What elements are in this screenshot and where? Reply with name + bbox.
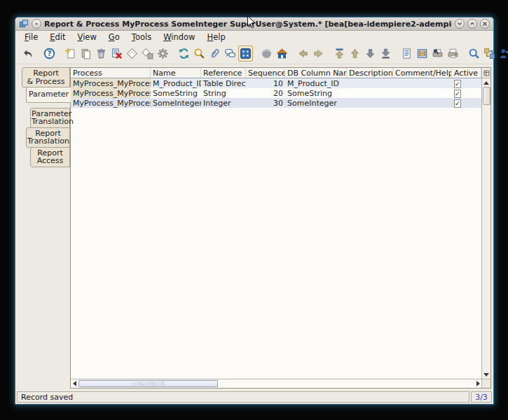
grid-toggle-icon[interactable] xyxy=(238,46,253,62)
active-checkbox[interactable]: ✓ xyxy=(454,80,461,88)
record-position: 3/3 xyxy=(471,391,492,402)
column-header-sequence[interactable]: Sequence xyxy=(246,68,285,78)
window-menu-button[interactable] xyxy=(32,19,41,29)
active-checkbox[interactable]: ✓ xyxy=(454,90,461,98)
next-record-icon[interactable] xyxy=(363,46,378,62)
new-record-icon[interactable] xyxy=(63,46,78,62)
scrollbar-corner xyxy=(481,379,490,388)
home-icon[interactable] xyxy=(275,46,289,62)
close-button[interactable] xyxy=(480,19,490,29)
column-header-comment-help[interactable]: Comment/Help xyxy=(393,68,452,78)
save-icon[interactable] xyxy=(125,46,139,62)
table-panel: Process Name Reference Sequence DB Colum… xyxy=(70,67,491,388)
menu-file[interactable]: File xyxy=(25,32,38,42)
toolbar: ? xyxy=(15,43,493,64)
help-icon[interactable]: ? xyxy=(42,46,57,62)
request-icon[interactable] xyxy=(497,46,508,62)
horizontal-scroll-thumb[interactable] xyxy=(78,380,218,387)
last-record-icon[interactable] xyxy=(378,46,393,62)
undo-icon[interactable] xyxy=(21,46,36,62)
previous-record-icon[interactable] xyxy=(348,46,362,62)
main-area: Report & Process Parameter Parameter Tra… xyxy=(15,64,493,391)
horizontal-scrollbar[interactable] xyxy=(71,379,481,388)
preferences-icon[interactable] xyxy=(156,46,170,62)
table-row[interactable]: MyProcess_MyProcess SomeString String 20… xyxy=(71,88,481,98)
workflow-icon[interactable] xyxy=(482,46,497,62)
menu-help[interactable]: Help xyxy=(207,32,226,42)
maximize-button[interactable] xyxy=(467,19,477,29)
column-header-name[interactable]: Name xyxy=(151,68,201,78)
back-icon[interactable] xyxy=(296,46,310,62)
parent-record-icon[interactable] xyxy=(259,46,274,62)
table-config-icon[interactable] xyxy=(482,68,490,78)
tab-report-translation[interactable]: Report Translation xyxy=(26,127,70,148)
tab-report-access[interactable]: Report Access xyxy=(30,147,70,167)
scroll-up-button[interactable] xyxy=(482,78,490,87)
delete-selection-icon[interactable] xyxy=(109,46,124,62)
tab-parameter[interactable]: Parameter xyxy=(26,87,71,103)
column-header-active[interactable]: Active xyxy=(452,68,481,78)
tab-report-process[interactable]: Report & Process xyxy=(22,67,70,88)
app-window: Report & Process MyProcess SomeInteger S… xyxy=(15,17,494,405)
find-icon[interactable] xyxy=(192,46,207,62)
menu-go[interactable]: Go xyxy=(109,32,120,42)
report-icon[interactable] xyxy=(399,46,414,62)
zoom-across-icon[interactable] xyxy=(467,46,481,62)
status-message: Record saved xyxy=(17,391,469,402)
delete-record-icon[interactable] xyxy=(94,46,109,62)
status-bar: Record saved 3/3 xyxy=(15,391,493,404)
vertical-scrollbar[interactable] xyxy=(481,68,490,379)
column-header-process[interactable]: Process xyxy=(71,68,151,78)
menu-view[interactable]: View xyxy=(78,32,97,42)
active-checkbox[interactable]: ✓ xyxy=(454,99,461,108)
copy-record-icon[interactable] xyxy=(78,46,93,62)
print-preview-icon[interactable] xyxy=(430,46,445,62)
table-header: Process Name Reference Sequence DB Colum… xyxy=(71,68,481,78)
window-title: Report & Process MyProcess SomeInteger S… xyxy=(44,20,452,29)
menu-edit[interactable]: Edit xyxy=(50,32,65,42)
first-record-icon[interactable] xyxy=(332,46,347,62)
column-header-description[interactable]: Description xyxy=(347,68,393,78)
table-row[interactable]: MyProcess_MyProcess M_Product_ID Table D… xyxy=(71,78,481,88)
column-header-db-column-name[interactable]: DB Column Name xyxy=(285,68,347,78)
print-icon[interactable] xyxy=(446,46,460,62)
save-create-icon[interactable] xyxy=(140,46,155,62)
table-area: Process Name Reference Sequence DB Colum… xyxy=(71,68,481,379)
scroll-left-button[interactable] xyxy=(71,379,78,388)
attachment-icon[interactable] xyxy=(207,46,222,62)
title-bar[interactable]: Report & Process MyProcess SomeInteger S… xyxy=(15,18,493,31)
scroll-down-button[interactable] xyxy=(482,370,490,379)
table-row-selected[interactable]: MyProcess_MyProcess SomeInteger Integer … xyxy=(71,98,481,108)
menu-tools[interactable]: Tools xyxy=(132,32,151,42)
svg-text:?: ? xyxy=(47,49,51,58)
tab-parameter-translation[interactable]: Parameter Translation xyxy=(30,108,70,128)
forward-icon[interactable] xyxy=(311,46,326,62)
requery-icon[interactable] xyxy=(177,46,191,62)
tab-strip: Report & Process Parameter Parameter Tra… xyxy=(21,67,70,388)
menu-window[interactable]: Window xyxy=(163,32,195,42)
column-header-reference[interactable]: Reference xyxy=(201,68,246,78)
window-icon xyxy=(19,19,29,29)
scroll-right-button[interactable] xyxy=(474,379,481,388)
vertical-scroll-thumb[interactable] xyxy=(483,87,490,105)
minimize-button[interactable] xyxy=(455,19,465,29)
chat-icon[interactable] xyxy=(223,46,238,62)
menu-bar: File Edit View Go Tools Window Help xyxy=(15,31,493,43)
archive-icon[interactable] xyxy=(415,46,430,62)
